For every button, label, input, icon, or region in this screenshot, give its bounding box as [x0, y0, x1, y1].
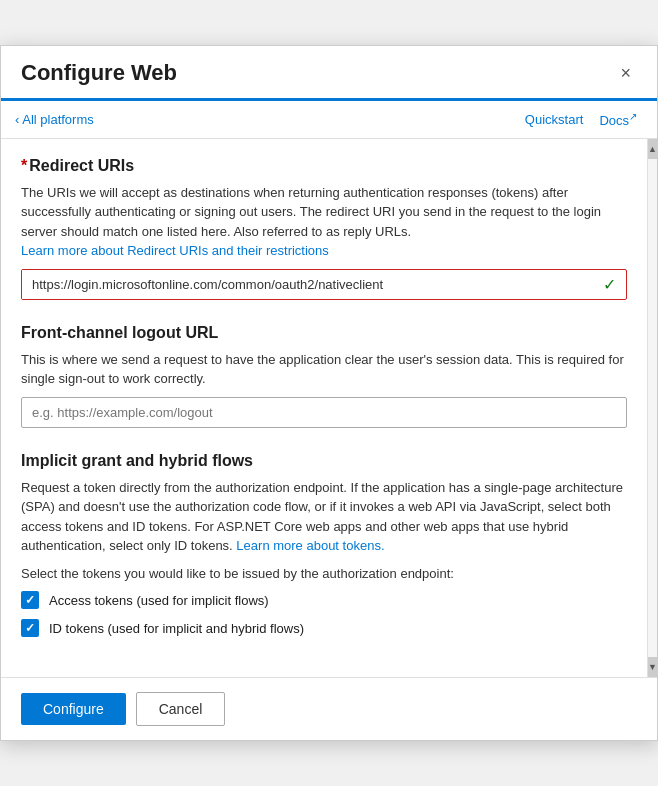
front-channel-section: Front-channel logout URL This is where w… — [21, 324, 627, 428]
docs-link[interactable]: Docs↗ — [599, 111, 637, 128]
redirect-uris-title: *Redirect URIs — [21, 157, 627, 175]
scrollbar[interactable]: ▲ ▼ — [647, 139, 657, 678]
access-tokens-checkbox-row: ✓ Access tokens (used for implicit flows… — [21, 591, 627, 609]
configure-web-dialog: Configure Web × ‹ All platforms Quicksta… — [0, 45, 658, 742]
dialog-header: Configure Web × — [1, 46, 657, 101]
nav-right: Quickstart Docs↗ — [525, 111, 637, 128]
dialog-footer: Configure Cancel — [1, 677, 657, 740]
implicit-grant-section: Implicit grant and hybrid flows Request … — [21, 452, 627, 638]
required-star: * — [21, 157, 27, 174]
tokens-learn-link[interactable]: Learn more about tokens. — [236, 538, 384, 553]
redirect-learn-link[interactable]: Learn more about Redirect URIs and their… — [21, 243, 329, 258]
implicit-grant-title: Implicit grant and hybrid flows — [21, 452, 627, 470]
external-link-icon: ↗ — [629, 111, 637, 122]
access-tokens-checkmark: ✓ — [25, 594, 35, 606]
scroll-up-button[interactable]: ▲ — [648, 139, 657, 159]
id-tokens-checkbox-row: ✓ ID tokens (used for implicit and hybri… — [21, 619, 627, 637]
redirect-uri-input[interactable] — [22, 270, 593, 299]
id-tokens-checkmark: ✓ — [25, 622, 35, 634]
access-tokens-checkbox[interactable]: ✓ — [21, 591, 39, 609]
select-tokens-label: Select the tokens you would like to be i… — [21, 564, 627, 584]
access-tokens-label: Access tokens (used for implicit flows) — [49, 593, 269, 608]
cancel-button[interactable]: Cancel — [136, 692, 226, 726]
redirect-uri-input-row: ✓ — [21, 269, 627, 300]
redirect-uris-desc: The URIs we will accept as destinations … — [21, 183, 627, 261]
back-link[interactable]: ‹ All platforms — [15, 112, 94, 127]
nav-bar: ‹ All platforms Quickstart Docs↗ — [1, 101, 657, 139]
configure-button[interactable]: Configure — [21, 693, 126, 725]
check-icon: ✓ — [593, 275, 626, 294]
scroll-down-button[interactable]: ▼ — [648, 657, 657, 677]
id-tokens-label: ID tokens (used for implicit and hybrid … — [49, 621, 304, 636]
dialog-title: Configure Web — [21, 60, 177, 86]
implicit-grant-desc: Request a token directly from the author… — [21, 478, 627, 556]
front-channel-input[interactable] — [21, 397, 627, 428]
content-area: *Redirect URIs The URIs we will accept a… — [1, 139, 647, 678]
front-channel-desc: This is where we send a request to have … — [21, 350, 627, 389]
id-tokens-checkbox[interactable]: ✓ — [21, 619, 39, 637]
close-button[interactable]: × — [614, 62, 637, 84]
front-channel-title: Front-channel logout URL — [21, 324, 627, 342]
quickstart-link[interactable]: Quickstart — [525, 112, 584, 127]
redirect-uris-section: *Redirect URIs The URIs we will accept a… — [21, 157, 627, 300]
main-body: *Redirect URIs The URIs we will accept a… — [1, 139, 657, 678]
scroll-track[interactable] — [648, 159, 657, 658]
